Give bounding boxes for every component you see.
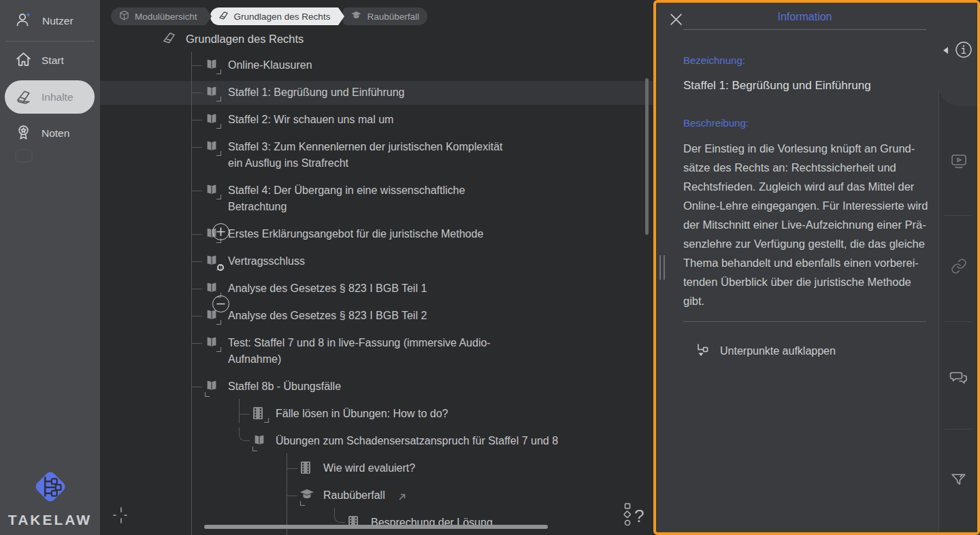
film-icon <box>252 406 267 420</box>
tree-root-label: Grundlagen des Rechts <box>186 33 304 46</box>
children-badge <box>216 320 221 325</box>
filter-icon[interactable] <box>939 471 978 488</box>
breadcrumb-raubueberfall[interactable]: Raubüberfall <box>343 7 427 25</box>
legend-shapes-icon <box>623 502 632 530</box>
legend-button[interactable]: ? <box>623 502 644 530</box>
tree-node[interactable]: Staffel 4: Der Übergang in eine wissensc… <box>204 182 465 215</box>
open-book-icon <box>204 58 219 71</box>
tree-node[interactable]: Staffel 2: Wir schauen uns mal um <box>204 112 393 128</box>
zoom-in-button[interactable] <box>212 223 229 240</box>
tree-node[interactable]: Analyse des Gesetzes § 823 I BGB Teil 1 <box>204 280 427 297</box>
collapse-arrow-icon[interactable] <box>943 45 949 57</box>
field-value-bezeichnung: Staffel 1: Begrüßung und Einführung <box>683 79 871 93</box>
tree-node[interactable]: Raubüberfall <box>299 487 406 506</box>
expand-subpoints-label: Unterpunkte aufklappen <box>720 345 836 357</box>
rail-divider <box>945 429 972 429</box>
app-logo: TAKELAW <box>0 466 100 528</box>
expand-subpoints-button[interactable]: Unterpunkte aufklappen <box>696 342 836 360</box>
expand-subpoints-icon <box>696 342 710 360</box>
tree-connector <box>191 387 202 387</box>
tree-connector <box>287 453 287 535</box>
field-value-beschreibung: Der Einstieg in die Vorlesung knüpft an … <box>683 139 930 310</box>
book-icon <box>15 88 32 108</box>
hidden-nav-icon <box>15 149 33 163</box>
open-book-icon <box>204 85 219 99</box>
link-icon[interactable] <box>939 258 978 274</box>
tree-connector <box>334 509 345 523</box>
tree-connector <box>191 93 202 93</box>
zoom-reset-button[interactable] <box>217 264 224 271</box>
rail-divider <box>945 215 972 216</box>
open-book-icon <box>204 140 219 153</box>
tree-connector <box>191 191 202 191</box>
tree-node[interactable]: Fälle lösen in Übungen: How to do? <box>252 406 448 422</box>
zoom-out-button[interactable] <box>212 295 229 312</box>
vertical-scrollbar[interactable] <box>645 78 649 235</box>
open-book-icon <box>204 112 219 126</box>
tree-node[interactable]: Analyse des Gesetzes § 823 I BGB Teil 2 <box>204 308 427 324</box>
tree-node[interactable]: Wie wird evaluiert? <box>299 460 415 476</box>
logo-wordmark: TAKELAW <box>0 512 100 528</box>
package-icon <box>118 10 130 23</box>
tree-node[interactable]: Übungen zum Schadensersatzanspruch für S… <box>252 433 558 449</box>
field-label-beschreibung: Beschreibung: <box>683 117 749 129</box>
tree-node[interactable]: Test: Staffel 7 und 8 in live-Fassung (i… <box>204 335 491 368</box>
tree-connector <box>287 468 297 469</box>
breadcrumb-label: Modulübersicht <box>135 12 197 22</box>
field-label-bezeichnung: Bezeichnung: <box>683 54 745 66</box>
sidebar-item-nutzer[interactable]: Nutzer <box>0 9 100 33</box>
children-badge <box>300 501 305 506</box>
tree-node-selected[interactable]: Staffel 1: Begrüßung und Einführung <box>204 84 404 101</box>
sidebar-item-label: Inhalte <box>42 91 74 103</box>
panel-divider <box>683 321 926 322</box>
external-link-icon <box>398 489 406 506</box>
panel-icon-rail <box>938 79 977 532</box>
children-badge <box>216 347 221 352</box>
children-badge <box>216 195 221 199</box>
graduation-cap-icon <box>350 10 362 23</box>
sidebar-item-label: Noten <box>42 127 69 140</box>
panel-resize-handle[interactable] <box>659 255 665 280</box>
breadcrumb-label: Raubüberfall <box>367 12 419 22</box>
legend-question-label: ? <box>634 506 644 527</box>
tree-node[interactable]: Staffel 8b - Übungsfälle <box>204 378 341 395</box>
breadcrumb-grundlagen[interactable]: Grundlagen des Rechts <box>210 7 339 25</box>
open-book-icon <box>204 281 219 295</box>
tree-connector <box>191 261 202 262</box>
open-book-icon <box>252 434 267 447</box>
sidebar-item-label: Start <box>42 54 64 67</box>
children-badge <box>216 151 221 156</box>
video-player-icon[interactable] <box>939 152 978 170</box>
information-panel: Information Bezeichnung: Staffel 1: Begr… <box>653 0 980 535</box>
tree-connector <box>239 399 240 423</box>
tree-connector <box>287 496 297 496</box>
horizontal-scrollbar[interactable] <box>204 525 548 529</box>
breadcrumb-arrow <box>206 7 212 25</box>
tree-connector <box>191 289 202 289</box>
user-star-icon <box>15 11 33 31</box>
center-view-button[interactable] <box>112 506 130 527</box>
children-badge <box>216 97 221 101</box>
info-tab[interactable] <box>938 3 977 106</box>
info-icon <box>954 40 973 62</box>
sidebar-item-label: Nutzer <box>42 15 74 27</box>
tree-connector <box>191 343 202 344</box>
close-icon[interactable] <box>667 10 685 28</box>
children-badge <box>216 124 221 129</box>
tree-connector <box>239 414 250 415</box>
content-tree-area: Modulübersicht Grundlagen des Rechts <box>100 0 653 535</box>
tree-connector <box>191 234 202 235</box>
graduation-cap-icon <box>299 488 314 502</box>
breadcrumb-moduluebersicht[interactable]: Modulübersicht <box>111 7 206 25</box>
sidebar-item-noten[interactable]: Noten <box>0 121 100 146</box>
tree-root-node[interactable]: Grundlagen des Rechts <box>161 30 304 48</box>
tree-node[interactable]: Online-Klausuren <box>204 57 312 74</box>
sidebar-item-inhalte[interactable]: Inhalte <box>0 85 100 110</box>
breadcrumb-arrow <box>338 7 344 25</box>
sidebar-item-start[interactable]: Start <box>0 48 100 73</box>
sidebar-divider <box>5 41 95 42</box>
chat-icon[interactable] <box>939 368 978 387</box>
tree-node[interactable]: Erstes Erklärungsangebot für die juristi… <box>204 226 483 242</box>
film-icon <box>299 461 314 474</box>
tree-node[interactable]: Staffel 3: Zum Kennenlernen der juristis… <box>204 139 502 172</box>
